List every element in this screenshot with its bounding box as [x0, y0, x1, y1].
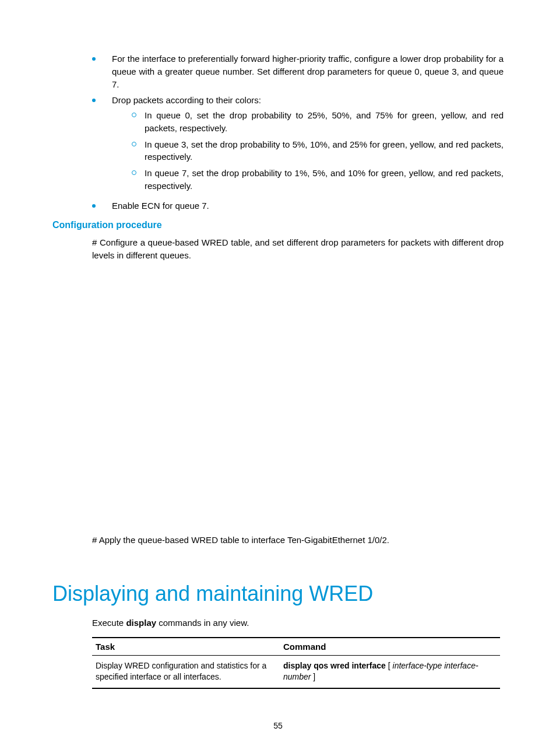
sub-bullet-text: In queue 7, set the drop probability to … [145, 167, 504, 192]
cmd-bold: display qos wred interface [283, 661, 386, 670]
table-row: Display WRED configuration and statistic… [92, 655, 500, 688]
command-cell: display qos wred interface [ interface-t… [280, 655, 500, 688]
code-block-spacer [52, 265, 504, 534]
task-cell: Display WRED configuration and statistic… [92, 655, 280, 688]
bullet-list: For the interface to preferentially forw… [92, 52, 504, 212]
cmd-bracket-open: [ [386, 661, 393, 670]
table-header-row: Task Command [92, 638, 500, 656]
list-item: For the interface to preferentially forw… [92, 52, 504, 90]
circle-icon [132, 142, 136, 146]
list-item: In queue 7, set the drop probability to … [132, 167, 504, 192]
exec-paragraph: Execute display commands in any view. [92, 618, 504, 628]
cmd-bracket-close: ] [311, 672, 315, 681]
bullet-text: Drop packets according to their colors: [112, 94, 504, 107]
bullet-icon [92, 99, 96, 102]
body-paragraph: # Apply the queue-based WRED table to in… [92, 534, 504, 547]
bullet-text: For the interface to preferentially forw… [112, 52, 504, 90]
list-item: Drop packets according to their colors: … [92, 94, 504, 195]
table-header-command: Command [280, 638, 500, 656]
sub-bullet-text: In queue 0, set the drop probability to … [145, 109, 504, 135]
exec-suffix: commands in any view. [156, 618, 249, 628]
bullet-icon [92, 204, 96, 208]
main-heading: Displaying and maintaining WRED [52, 582, 504, 606]
command-table: Task Command Display WRED configuration … [92, 637, 500, 689]
body-paragraph: # Configure a queue-based WRED table, an… [92, 236, 504, 262]
circle-icon [132, 113, 136, 117]
table-header-task: Task [92, 638, 280, 656]
sub-bullet-text: In queue 3, set the drop probability to … [145, 138, 504, 164]
list-item: In queue 3, set the drop probability to … [132, 138, 504, 164]
circle-icon [132, 170, 136, 175]
sub-list: In queue 0, set the drop probability to … [132, 109, 504, 192]
section-heading-config: Configuration procedure [52, 220, 504, 230]
exec-prefix: Execute [92, 618, 126, 628]
bullet-icon [92, 57, 96, 61]
bullet-text: Enable ECN for queue 7. [112, 200, 209, 212]
list-item: Enable ECN for queue 7. [92, 200, 504, 212]
list-item: In queue 0, set the drop probability to … [132, 109, 504, 135]
page-number: 55 [0, 721, 556, 730]
exec-bold: display [126, 618, 156, 628]
